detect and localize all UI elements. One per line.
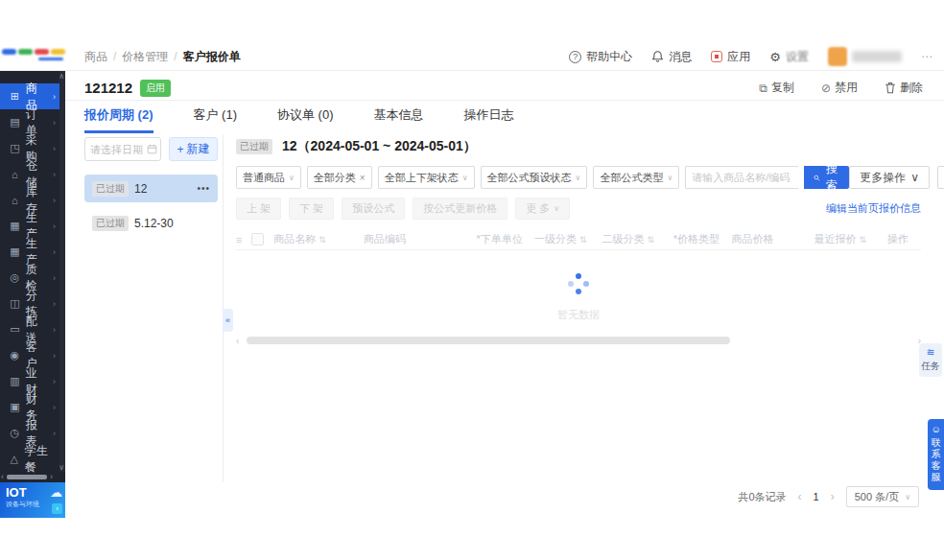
chevron-right-icon: › [53,247,56,257]
more-operations-button[interactable]: 更多操作 ∨ [849,166,930,189]
scroll-left-icon[interactable]: ‹ [0,473,5,480]
search-button[interactable]: 搜 索 [804,166,849,189]
business-finance-icon: ▥ [9,375,21,387]
period-list-item[interactable]: 已过期 5.12-30 [84,209,218,237]
new-period-button[interactable]: + 新建 [169,137,218,161]
breadcrumb-item[interactable]: 商品 [84,49,107,65]
column-settings-icon[interactable]: ≡ [236,234,251,245]
disable-button[interactable]: ⊘ 禁用 [821,80,858,96]
period-list: 已过期 12 ••• 已过期 5.12-30 [84,175,218,237]
col-product-name[interactable]: 商品名称 ⇅ [273,232,364,246]
orders-icon: ▤ [9,116,21,128]
chevron-right-icon: › [53,170,56,179]
copy-button[interactable]: ⧉ 复制 [759,80,794,96]
sidebar: ∧ ∨ ⊞ 商品 › ▤ 订单 › ◳ 采购 › ⌂ 仓储 › [0,71,65,518]
apps-button[interactable]: 应用 [711,49,750,65]
tab-quote-period[interactable]: 报价周期 (2) [84,106,153,133]
bulk-more-button[interactable]: 更 多 ∨ [515,198,570,220]
remove-tag-icon[interactable]: × [360,173,366,183]
scroll-right-icon[interactable]: › [49,473,54,480]
product-type-select[interactable]: 普通商品 ∨ [236,166,301,189]
scrollbar-thumb[interactable] [247,337,730,344]
iot-banner[interactable]: IOT 设备与环境 ☁ ‹ [0,482,65,518]
tab-agreements[interactable]: 协议单 (0) [277,106,334,133]
scrollbar-thumb[interactable] [7,475,47,479]
sidebar-scrollbar[interactable] [59,71,65,472]
period-list-item[interactable]: 已过期 12 ••• [84,175,218,202]
breadcrumb-item[interactable]: 价格管理 [122,49,168,65]
scroll-up-icon[interactable]: ∧ [59,72,64,81]
select-all-checkbox[interactable] [251,233,264,245]
search-input[interactable] [685,166,798,189]
current-page[interactable]: 1 [814,491,819,502]
page-actions: ⧉ 复制 ⊘ 禁用 删除 [759,80,923,96]
sidebar-item-student-meals[interactable]: △ 学生餐 [0,446,59,472]
help-center-button[interactable]: ? 帮助中心 [569,49,632,65]
next-page-icon[interactable]: › [831,490,835,503]
shelf-status-select[interactable]: 全部上下架状态 ∨ [378,166,475,189]
task-floating-button[interactable]: ≋ 任务 [919,343,942,377]
scrollbar-track[interactable] [243,337,913,344]
customer-support-tab[interactable]: ☺ 联系客服 [928,419,944,490]
chevron-down-icon: ∨ [462,174,468,182]
print-button[interactable]: 打 印 [937,166,944,189]
select-all-cell [251,233,273,245]
sidebar-hscrollbar[interactable]: ‹ › [0,473,59,480]
topbar: 商品 / 价格管理 / 客户报价单 ? 帮助中心 消息 应用 ⚙ 设置 [0,43,944,71]
breadcrumb-separator: / [113,50,116,63]
cloud-icon: ☁ [50,485,62,500]
sort-icon[interactable]: ⇅ [647,235,654,245]
chevron-right-icon: › [53,377,56,386]
user-menu[interactable] [828,47,902,66]
delete-button[interactable]: 删除 [885,80,923,96]
breadcrumb-current: 客户报价单 [183,49,241,65]
customers-icon: ◉ [9,349,21,362]
app-logo[interactable] [0,43,73,70]
col-category-2[interactable]: 二级分类 ⇅ [602,232,673,246]
sidebar-menu: ⊞ 商品 › ▤ 订单 › ◳ 采购 › ⌂ 仓储 › ⌂ 库存 [0,83,59,472]
shelf-on-button[interactable]: 上 架 [236,198,281,220]
page-header: 121212 启用 ⧉ 复制 ⊘ 禁用 删除 [65,76,944,100]
category-select[interactable]: 全部分类 × [307,166,372,189]
sort-icon[interactable]: ⇅ [319,235,326,245]
item-more-icon[interactable]: ••• [197,183,210,194]
chevron-right-icon: › [53,403,56,412]
chevron-right-icon: › [53,144,56,153]
scroll-down-icon[interactable]: ∨ [59,463,64,472]
help-icon: ? [569,51,581,63]
settings-button[interactable]: ⚙ 设置 [769,49,809,65]
loading-spinner-icon [568,273,589,294]
scroll-left-icon[interactable]: ‹ [236,336,239,346]
bulk-buttons: 上 架 下 架 预设公式 按公式更新价格 更 多 ∨ [236,198,570,220]
messages-button[interactable]: 消息 [651,49,692,65]
formula-preset-select[interactable]: 全部公式预设状态 ∨ [481,166,588,189]
total-records: 共0条记录 [738,490,786,504]
empty-text: 暂无数据 [236,308,921,322]
inventory-icon: ⌂ [9,195,21,206]
bulk-action-row: 上 架 下 架 预设公式 按公式更新价格 更 多 ∨ 编辑当前页报价信息 [236,198,921,220]
col-recent-quote[interactable]: 最近报价 ⇅ [814,232,887,246]
page-size-select[interactable]: 500 条/页 ∨ [846,486,919,507]
col-category-1[interactable]: 一级分类 ⇅ [534,232,602,246]
chevron-down-icon: ∨ [905,493,910,502]
prev-page-icon[interactable]: ‹ [798,490,802,503]
formula-type-select[interactable]: 全部公式类型 ∨ [593,166,679,189]
production-icon: ▦ [9,245,21,258]
sort-icon[interactable]: ⇅ [860,235,867,245]
edit-page-quotes-link[interactable]: 编辑当前页报价信息 [826,201,921,216]
sort-icon[interactable]: ⇅ [579,235,587,245]
chevron-right-icon: › [53,299,56,309]
shelf-off-button[interactable]: 下 架 [289,198,334,220]
more-icon[interactable]: ⋯ [921,50,932,63]
breadcrumb: 商品 / 价格管理 / 客户报价单 [84,49,241,65]
detail-area: 已过期 12（2024-05-01 ~ 2024-05-01） 普通商品 ∨ 全… [236,137,921,346]
chevron-right-icon: › [53,273,56,283]
refresh-price-button[interactable]: 按公式更新价格 [413,198,507,220]
tab-basic-info[interactable]: 基本信息 [374,106,424,133]
tab-customers[interactable]: 客户 (1) [194,106,238,133]
filter-row: 普通商品 ∨ 全部分类 × 全部上下架状态 ∨ 全部公式预设状态 ∨ 全部公式类… [236,166,921,189]
preset-formula-button[interactable]: 预设公式 [342,198,405,220]
double-left-icon: « [225,315,230,325]
collapse-panel-handle[interactable]: « [223,309,233,332]
tab-operation-log[interactable]: 操作日志 [464,106,514,133]
